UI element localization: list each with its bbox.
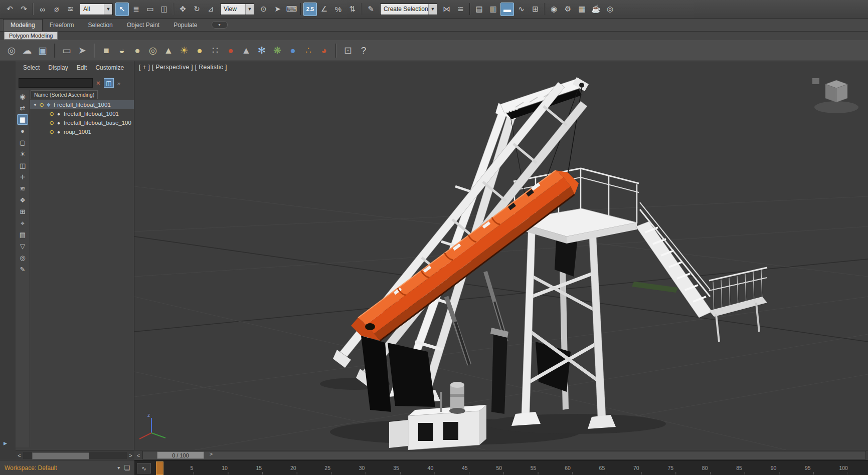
tree-row[interactable]: ▼ ⊙ ❖ Freefall_lifeboat_1001: [30, 100, 134, 109]
select-and-scale-icon[interactable]: ⊿: [204, 3, 218, 16]
freefall-lifeboat-model[interactable]: [320, 77, 767, 450]
red-sphere-icon[interactable]: ●: [223, 43, 238, 58]
cloud-icon[interactable]: ☁: [20, 43, 35, 58]
toggle-scene-explorer-icon[interactable]: ▤: [472, 3, 486, 16]
border-tool-icon[interactable]: ▭: [59, 43, 74, 58]
next-frame-button[interactable]: >: [207, 451, 215, 457]
Modeling[interactable]: Modeling: [3, 19, 43, 31]
sun-light-icon[interactable]: ☀: [177, 43, 192, 58]
object-name[interactable]: freefall_lifeboat_base_100: [64, 120, 131, 126]
display-bones-icon[interactable]: ⌖: [17, 218, 28, 228]
visibility-bulb-icon[interactable]: ⊙: [38, 102, 45, 108]
workspace-selector[interactable]: Workspace: Default: [5, 464, 113, 471]
rendered-frame-window-icon[interactable]: ▦: [575, 3, 589, 16]
filter-toggle-button[interactable]: ◫: [104, 78, 114, 88]
time-slider-handle[interactable]: 0 / 100: [157, 451, 204, 459]
perspective-viewport[interactable]: [ + ] [ Perspective ] [ Realistic ]: [134, 61, 868, 450]
mini-curve-editor-button[interactable]: ∿: [137, 463, 151, 473]
expander-icon[interactable]: ▼: [32, 103, 38, 107]
scroll-right-button[interactable]: >: [127, 452, 134, 458]
redo-icon[interactable]: ↷: [17, 3, 31, 16]
tree-row[interactable]: ⊙ ● roup_1001: [30, 127, 134, 136]
polygon-modeling-wheel-icon[interactable]: ◎: [4, 43, 19, 58]
cone-primitive-icon[interactable]: ▲: [161, 43, 176, 58]
select-object-icon[interactable]: ↖: [115, 3, 129, 16]
material-editor-icon[interactable]: ◉: [547, 3, 561, 16]
chevron-down-icon[interactable]: ▾: [117, 465, 120, 470]
sync-selection-icon[interactable]: ⇄: [17, 103, 28, 113]
viewport-snapshot-icon[interactable]: ▣: [35, 43, 50, 58]
object-name[interactable]: freefall_lifeboat_1001: [64, 111, 119, 117]
search-input[interactable]: [19, 78, 93, 88]
ribbon-minimize-toggle[interactable]: ▾: [212, 21, 228, 29]
undo-icon[interactable]: ↶: [3, 3, 17, 16]
reference-coordinate-dropdown[interactable]: View ▼: [220, 4, 254, 15]
align-icon[interactable]: ≌: [454, 3, 467, 16]
tree-row[interactable]: ⊙ ● freefall_lifeboat_1001: [30, 109, 134, 118]
select-by-name-icon[interactable]: ≣: [129, 3, 143, 16]
color-dots-icon[interactable]: ∴: [301, 43, 316, 58]
use-pivot-point-center-icon[interactable]: ⊙: [257, 3, 270, 16]
scatter-grid-icon[interactable]: ∷: [208, 43, 223, 58]
viewport-canvas[interactable]: z: [134, 61, 868, 450]
snowflake-icon[interactable]: ✻: [254, 43, 269, 58]
snaps-toggle-icon[interactable]: 2.5: [303, 3, 317, 16]
angle-snap-toggle-icon[interactable]: ∠: [317, 3, 331, 16]
keyboard-shortcut-override-icon[interactable]: ⌨: [285, 3, 298, 16]
edit-named-selection-sets-icon[interactable]: ✎: [364, 3, 378, 16]
select-and-link-icon[interactable]: ∞: [36, 3, 49, 16]
current-frame-marker[interactable]: [156, 461, 163, 475]
tree-row[interactable]: ⊙ ● freefall_lifeboat_base_100: [30, 118, 134, 127]
box-primitive-icon[interactable]: ■: [99, 43, 114, 58]
display-lights-icon[interactable]: ☀: [17, 149, 28, 159]
lock-cell-editing-icon[interactable]: ◉: [17, 91, 28, 102]
object-name[interactable]: Freefall_lifeboat_1001: [54, 102, 111, 108]
layers-icon[interactable]: ❏: [124, 464, 130, 471]
display-xrefs-icon[interactable]: ⊞: [17, 206, 28, 217]
visibility-bulb-icon[interactable]: ⊙: [48, 111, 55, 117]
scrollbar-thumb[interactable]: [32, 452, 89, 459]
curve-editor-icon[interactable]: ∿: [514, 3, 528, 16]
selection-filter-dropdown[interactable]: All ▼: [80, 4, 113, 15]
display-monitor-icon[interactable]: ⊡: [340, 43, 356, 58]
render-production-icon[interactable]: ☕: [589, 3, 603, 16]
view-cube[interactable]: [812, 78, 858, 113]
disc-primitive-icon[interactable]: ●: [130, 43, 145, 58]
window-crossing-toggle-icon[interactable]: ◫: [157, 3, 171, 16]
help-icon[interactable]: ?: [356, 43, 371, 58]
name-column-header[interactable]: Name (Sorted Ascending): [31, 90, 98, 99]
mirror-icon[interactable]: ⋈: [440, 3, 453, 16]
blue-sphere-icon[interactable]: ●: [285, 43, 300, 58]
viewport-label[interactable]: [ + ] [ Perspective ] [ Realistic ]: [139, 64, 227, 71]
foliage-icon[interactable]: ❋: [270, 43, 285, 58]
previous-frame-button[interactable]: <: [134, 452, 142, 458]
render-setup-icon[interactable]: ⚙: [561, 3, 575, 16]
Display[interactable]: Display: [48, 64, 68, 76]
track-bar[interactable]: ∿ 0 5 10 15 20 25 30 35 40 45 50 55 60: [134, 460, 868, 475]
percent-snap-toggle-icon[interactable]: %: [331, 3, 345, 16]
Selection[interactable]: Selection: [81, 20, 119, 31]
time-slider-track[interactable]: 0 / 100 >: [142, 451, 866, 459]
display-helpers-icon[interactable]: ✛: [17, 172, 28, 182]
polygon-modeling-panel-button[interactable]: Polygon Modeling: [4, 32, 58, 40]
toggle-ribbon-icon[interactable]: ▬: [500, 3, 514, 16]
object-name[interactable]: roup_1001: [64, 129, 91, 135]
display-spacewarps-icon[interactable]: ≋: [17, 183, 28, 194]
Edit[interactable]: Edit: [77, 64, 87, 76]
panel-expand-button[interactable]: ▸: [4, 439, 7, 447]
select-and-move-icon[interactable]: ✥: [176, 3, 190, 16]
dome-primitive-icon[interactable]: ◒: [114, 43, 129, 58]
visibility-bulb-icon[interactable]: ⊙: [48, 129, 55, 135]
sphere-primitive-icon[interactable]: ●: [192, 43, 207, 58]
scrollbar-track[interactable]: [23, 452, 127, 459]
visibility-bulb-icon[interactable]: ⊙: [48, 120, 55, 126]
filter-combinations-icon[interactable]: ▽: [17, 241, 28, 252]
pick-tool-icon[interactable]: ➤: [75, 43, 90, 58]
pyramid-primitive-icon[interactable]: ▲: [239, 43, 254, 58]
Object Paint[interactable]: Object Paint: [120, 20, 166, 31]
clear-search-icon[interactable]: ✕: [94, 79, 102, 87]
select-and-rotate-icon[interactable]: ↻: [190, 3, 204, 16]
Select[interactable]: Select: [23, 64, 40, 76]
rectangular-selection-region-icon[interactable]: ▭: [143, 3, 157, 16]
toggle-layer-explorer-icon[interactable]: ▥: [486, 3, 500, 16]
